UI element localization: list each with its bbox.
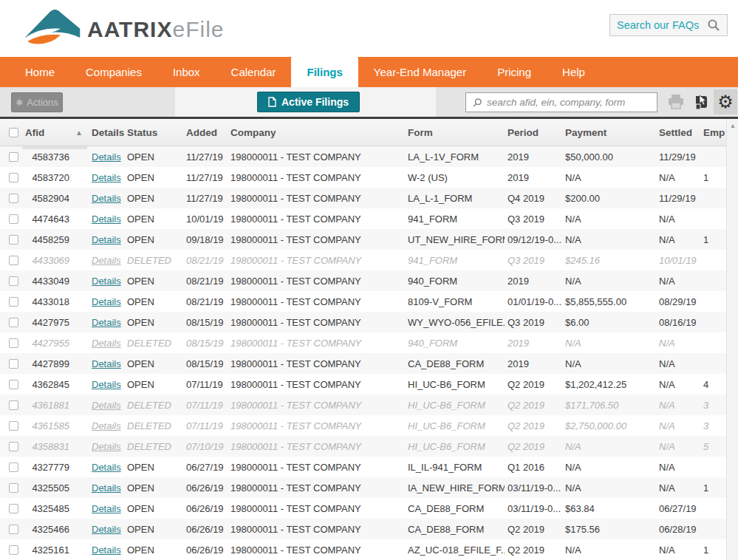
status-cell: OPEN (124, 503, 183, 514)
afid-cell: 4433018 (22, 296, 75, 307)
details-link[interactable]: Details (92, 193, 121, 204)
row-checkbox[interactable] (9, 525, 18, 534)
period-cell: Q2 2019 (505, 544, 562, 556)
scroll-up-arrow-icon[interactable]: ▲ (727, 119, 738, 132)
period-cell: 2019 (505, 172, 562, 183)
row-select-cell (0, 214, 22, 224)
row-checkbox[interactable] (9, 442, 18, 451)
row-checkbox[interactable] (9, 318, 18, 327)
row-select-cell (0, 504, 22, 513)
vertical-scrollbar[interactable]: ▲ (726, 119, 738, 560)
column-header-added[interactable]: Added (183, 127, 225, 138)
actions-button[interactable]: ✱ Actions (11, 92, 63, 112)
details-link[interactable]: Details (92, 276, 121, 287)
row-checkbox[interactable] (9, 297, 18, 307)
details-link[interactable]: Details (92, 296, 121, 307)
details-link[interactable]: Details (92, 358, 121, 369)
period-cell: 01/01/19-0... (505, 296, 562, 307)
faq-search-box[interactable]: Search our FAQs (609, 14, 728, 36)
nav-item-filings[interactable]: Filings (291, 57, 358, 87)
settled-cell: N/A (656, 214, 700, 225)
details-link[interactable]: Details (92, 172, 121, 183)
settled-cell: N/A (656, 276, 700, 287)
row-select-cell (0, 173, 22, 182)
details-link[interactable]: Details (92, 441, 121, 452)
nav-item-pricing[interactable]: Pricing (482, 57, 547, 87)
nav-item-label: Year-End Manager (374, 66, 466, 78)
status-cell: OPEN (124, 296, 183, 307)
details-link[interactable]: Details (92, 317, 121, 328)
payment-cell: N/A (562, 482, 656, 494)
row-checkbox[interactable] (9, 359, 18, 369)
settled-cell: N/A (656, 338, 700, 349)
print-button[interactable] (666, 92, 686, 112)
nav-item-home[interactable]: Home (10, 57, 70, 87)
payment-cell: N/A (562, 441, 656, 452)
row-checkbox[interactable] (9, 380, 18, 389)
row-checkbox[interactable] (9, 256, 18, 265)
row-checkbox[interactable] (9, 276, 18, 286)
nav-item-companies[interactable]: Companies (70, 57, 157, 87)
details-link[interactable]: Details (92, 214, 121, 225)
row-select-cell (0, 256, 22, 265)
column-header-period[interactable]: Period (505, 127, 562, 138)
details-link[interactable]: Details (92, 234, 121, 245)
row-checkbox[interactable] (9, 152, 18, 162)
settled-cell: N/A (656, 544, 700, 556)
settings-button[interactable]: ⚙ (714, 89, 737, 115)
column-header-settled[interactable]: Settled (656, 127, 700, 138)
company-cell: 198000011 - TEST COMPANY (225, 420, 405, 431)
status-cell: DELETED (124, 420, 183, 431)
status-cell: OPEN (124, 358, 183, 369)
nav-item-help[interactable]: Help (547, 57, 601, 87)
details-link[interactable]: Details (92, 379, 121, 390)
nav-item-calendar[interactable]: Calendar (216, 57, 292, 87)
row-checkbox[interactable] (9, 338, 18, 348)
details-link[interactable]: Details (92, 420, 121, 431)
row-checkbox[interactable] (9, 421, 18, 431)
table-row: 4427955 Details DELETED 08/15/19 1980000… (0, 332, 726, 353)
row-checkbox[interactable] (9, 173, 18, 182)
row-checkbox[interactable] (9, 235, 18, 245)
settled-cell: N/A (656, 441, 700, 452)
select-pointer-button[interactable] (691, 92, 712, 112)
details-link[interactable]: Details (92, 503, 121, 514)
column-header-payment[interactable]: Payment (562, 127, 656, 138)
column-header-company[interactable]: Company (225, 127, 405, 138)
details-link[interactable]: Details (92, 524, 121, 535)
details-link[interactable]: Details (92, 544, 121, 556)
filings-search-input[interactable] (487, 97, 651, 108)
added-cell: 11/27/19 (183, 151, 225, 163)
column-header-emp[interactable]: Emp (700, 127, 726, 138)
document-icon (268, 97, 276, 107)
row-checkbox[interactable] (9, 194, 18, 203)
column-header-status[interactable]: Status (124, 127, 183, 138)
added-cell: 07/11/19 (183, 420, 225, 431)
details-link[interactable]: Details (92, 151, 121, 163)
form-cell: HI_UC-B6_FORM (405, 420, 505, 431)
sorted-column-indicator (22, 146, 87, 149)
emp-cell: 1 (700, 482, 726, 494)
column-header-afid[interactable]: Afid (22, 127, 75, 138)
nav-item-year-end-manager[interactable]: Year-End Manager (358, 57, 482, 87)
active-filings-button[interactable]: Active Filings (257, 92, 360, 112)
row-checkbox[interactable] (9, 545, 18, 555)
status-cell: OPEN (124, 317, 183, 328)
details-link[interactable]: Details (92, 338, 121, 349)
sort-asc-icon[interactable]: ▲ (75, 129, 89, 137)
column-header-details[interactable]: Details (89, 127, 124, 138)
column-header-form[interactable]: Form (405, 127, 505, 138)
details-link[interactable]: Details (92, 462, 121, 473)
nav-item-inbox[interactable]: Inbox (157, 57, 216, 87)
row-checkbox[interactable] (9, 504, 18, 513)
select-all-checkbox[interactable] (9, 128, 18, 137)
details-link[interactable]: Details (92, 255, 121, 266)
details-link[interactable]: Details (92, 482, 121, 494)
row-checkbox[interactable] (9, 214, 18, 224)
afid-cell: 4583736 (22, 151, 75, 163)
form-cell: WY_WYO-056_EFILE... (405, 317, 505, 328)
details-link[interactable]: Details (92, 400, 121, 411)
row-checkbox[interactable] (9, 462, 18, 472)
row-checkbox[interactable] (9, 483, 18, 493)
row-checkbox[interactable] (9, 400, 18, 410)
